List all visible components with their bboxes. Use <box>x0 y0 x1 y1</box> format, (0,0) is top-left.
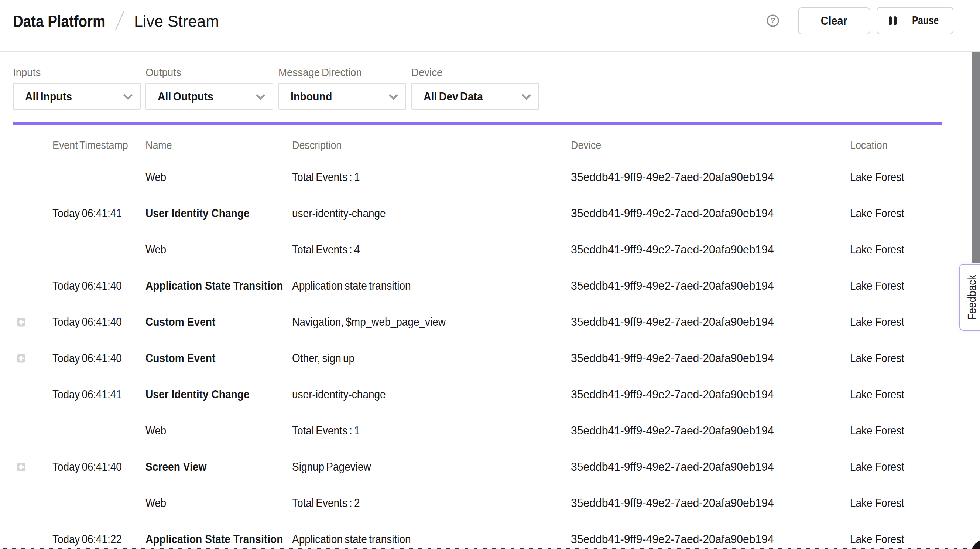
svg-text:?: ? <box>770 16 775 25</box>
